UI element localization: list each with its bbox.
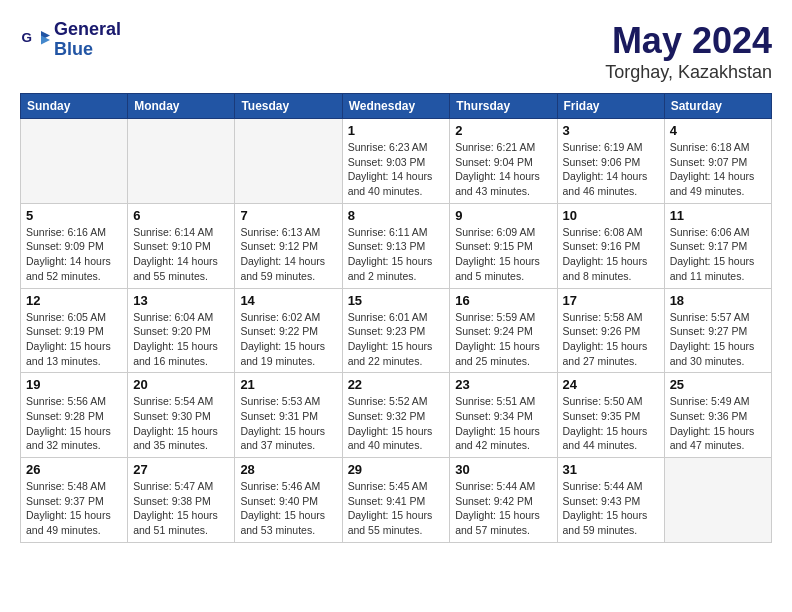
day-detail: Sunrise: 5:57 AM Sunset: 9:27 PM Dayligh… xyxy=(670,310,766,369)
calendar-cell: 2Sunrise: 6:21 AM Sunset: 9:04 PM Daylig… xyxy=(450,119,557,204)
week-row-3: 12Sunrise: 6:05 AM Sunset: 9:19 PM Dayli… xyxy=(21,288,772,373)
day-number: 10 xyxy=(563,208,659,223)
day-detail: Sunrise: 6:23 AM Sunset: 9:03 PM Dayligh… xyxy=(348,140,445,199)
calendar-cell: 8Sunrise: 6:11 AM Sunset: 9:13 PM Daylig… xyxy=(342,203,450,288)
calendar-cell: 29Sunrise: 5:45 AM Sunset: 9:41 PM Dayli… xyxy=(342,458,450,543)
main-container: G General Blue May 2024 Torghay, Kazakhs… xyxy=(0,0,792,553)
calendar-cell: 23Sunrise: 5:51 AM Sunset: 9:34 PM Dayli… xyxy=(450,373,557,458)
day-detail: Sunrise: 6:08 AM Sunset: 9:16 PM Dayligh… xyxy=(563,225,659,284)
calendar-cell: 10Sunrise: 6:08 AM Sunset: 9:16 PM Dayli… xyxy=(557,203,664,288)
calendar-cell: 19Sunrise: 5:56 AM Sunset: 9:28 PM Dayli… xyxy=(21,373,128,458)
calendar-cell: 20Sunrise: 5:54 AM Sunset: 9:30 PM Dayli… xyxy=(128,373,235,458)
calendar-cell: 26Sunrise: 5:48 AM Sunset: 9:37 PM Dayli… xyxy=(21,458,128,543)
day-number: 14 xyxy=(240,293,336,308)
calendar-cell: 3Sunrise: 6:19 AM Sunset: 9:06 PM Daylig… xyxy=(557,119,664,204)
day-detail: Sunrise: 6:11 AM Sunset: 9:13 PM Dayligh… xyxy=(348,225,445,284)
calendar-cell: 28Sunrise: 5:46 AM Sunset: 9:40 PM Dayli… xyxy=(235,458,342,543)
day-detail: Sunrise: 6:01 AM Sunset: 9:23 PM Dayligh… xyxy=(348,310,445,369)
logo-blue: Blue xyxy=(54,40,121,60)
col-header-saturday: Saturday xyxy=(664,94,771,119)
calendar-cell xyxy=(235,119,342,204)
day-number: 15 xyxy=(348,293,445,308)
day-detail: Sunrise: 5:45 AM Sunset: 9:41 PM Dayligh… xyxy=(348,479,445,538)
day-detail: Sunrise: 5:54 AM Sunset: 9:30 PM Dayligh… xyxy=(133,394,229,453)
calendar-cell: 13Sunrise: 6:04 AM Sunset: 9:20 PM Dayli… xyxy=(128,288,235,373)
title-block: May 2024 Torghay, Kazakhstan xyxy=(605,20,772,83)
calendar-cell xyxy=(128,119,235,204)
calendar-title: May 2024 xyxy=(605,20,772,62)
day-detail: Sunrise: 5:52 AM Sunset: 9:32 PM Dayligh… xyxy=(348,394,445,453)
calendar-cell: 31Sunrise: 5:44 AM Sunset: 9:43 PM Dayli… xyxy=(557,458,664,543)
day-detail: Sunrise: 5:50 AM Sunset: 9:35 PM Dayligh… xyxy=(563,394,659,453)
calendar-cell: 17Sunrise: 5:58 AM Sunset: 9:26 PM Dayli… xyxy=(557,288,664,373)
day-number: 16 xyxy=(455,293,551,308)
day-number: 6 xyxy=(133,208,229,223)
day-number: 23 xyxy=(455,377,551,392)
col-header-thursday: Thursday xyxy=(450,94,557,119)
day-number: 9 xyxy=(455,208,551,223)
day-number: 30 xyxy=(455,462,551,477)
day-detail: Sunrise: 6:04 AM Sunset: 9:20 PM Dayligh… xyxy=(133,310,229,369)
day-number: 11 xyxy=(670,208,766,223)
header: G General Blue May 2024 Torghay, Kazakhs… xyxy=(20,20,772,83)
calendar-cell: 4Sunrise: 6:18 AM Sunset: 9:07 PM Daylig… xyxy=(664,119,771,204)
day-detail: Sunrise: 6:16 AM Sunset: 9:09 PM Dayligh… xyxy=(26,225,122,284)
calendar-subtitle: Torghay, Kazakhstan xyxy=(605,62,772,83)
logo-general: General xyxy=(54,20,121,40)
day-detail: Sunrise: 6:19 AM Sunset: 9:06 PM Dayligh… xyxy=(563,140,659,199)
calendar-cell: 27Sunrise: 5:47 AM Sunset: 9:38 PM Dayli… xyxy=(128,458,235,543)
col-header-tuesday: Tuesday xyxy=(235,94,342,119)
calendar-cell: 6Sunrise: 6:14 AM Sunset: 9:10 PM Daylig… xyxy=(128,203,235,288)
day-detail: Sunrise: 6:13 AM Sunset: 9:12 PM Dayligh… xyxy=(240,225,336,284)
day-number: 27 xyxy=(133,462,229,477)
day-number: 13 xyxy=(133,293,229,308)
day-detail: Sunrise: 5:49 AM Sunset: 9:36 PM Dayligh… xyxy=(670,394,766,453)
col-header-friday: Friday xyxy=(557,94,664,119)
week-row-5: 26Sunrise: 5:48 AM Sunset: 9:37 PM Dayli… xyxy=(21,458,772,543)
calendar-cell: 24Sunrise: 5:50 AM Sunset: 9:35 PM Dayli… xyxy=(557,373,664,458)
day-number: 25 xyxy=(670,377,766,392)
svg-text:G: G xyxy=(22,29,33,44)
day-detail: Sunrise: 5:59 AM Sunset: 9:24 PM Dayligh… xyxy=(455,310,551,369)
day-detail: Sunrise: 6:05 AM Sunset: 9:19 PM Dayligh… xyxy=(26,310,122,369)
day-detail: Sunrise: 5:56 AM Sunset: 9:28 PM Dayligh… xyxy=(26,394,122,453)
calendar-cell: 18Sunrise: 5:57 AM Sunset: 9:27 PM Dayli… xyxy=(664,288,771,373)
week-row-4: 19Sunrise: 5:56 AM Sunset: 9:28 PM Dayli… xyxy=(21,373,772,458)
calendar-cell: 21Sunrise: 5:53 AM Sunset: 9:31 PM Dayli… xyxy=(235,373,342,458)
calendar-cell: 7Sunrise: 6:13 AM Sunset: 9:12 PM Daylig… xyxy=(235,203,342,288)
day-detail: Sunrise: 6:09 AM Sunset: 9:15 PM Dayligh… xyxy=(455,225,551,284)
logo: G General Blue xyxy=(20,20,121,60)
day-detail: Sunrise: 6:14 AM Sunset: 9:10 PM Dayligh… xyxy=(133,225,229,284)
day-number: 19 xyxy=(26,377,122,392)
day-detail: Sunrise: 5:47 AM Sunset: 9:38 PM Dayligh… xyxy=(133,479,229,538)
header-row: SundayMondayTuesdayWednesdayThursdayFrid… xyxy=(21,94,772,119)
calendar-cell: 11Sunrise: 6:06 AM Sunset: 9:17 PM Dayli… xyxy=(664,203,771,288)
day-number: 4 xyxy=(670,123,766,138)
calendar-cell: 30Sunrise: 5:44 AM Sunset: 9:42 PM Dayli… xyxy=(450,458,557,543)
day-number: 26 xyxy=(26,462,122,477)
calendar-cell: 22Sunrise: 5:52 AM Sunset: 9:32 PM Dayli… xyxy=(342,373,450,458)
day-number: 7 xyxy=(240,208,336,223)
calendar-cell: 1Sunrise: 6:23 AM Sunset: 9:03 PM Daylig… xyxy=(342,119,450,204)
calendar-cell xyxy=(21,119,128,204)
day-number: 5 xyxy=(26,208,122,223)
week-row-2: 5Sunrise: 6:16 AM Sunset: 9:09 PM Daylig… xyxy=(21,203,772,288)
day-number: 22 xyxy=(348,377,445,392)
day-detail: Sunrise: 6:21 AM Sunset: 9:04 PM Dayligh… xyxy=(455,140,551,199)
calendar-table: SundayMondayTuesdayWednesdayThursdayFrid… xyxy=(20,93,772,543)
day-detail: Sunrise: 6:02 AM Sunset: 9:22 PM Dayligh… xyxy=(240,310,336,369)
day-number: 29 xyxy=(348,462,445,477)
day-detail: Sunrise: 6:06 AM Sunset: 9:17 PM Dayligh… xyxy=(670,225,766,284)
day-detail: Sunrise: 5:44 AM Sunset: 9:43 PM Dayligh… xyxy=(563,479,659,538)
day-detail: Sunrise: 5:51 AM Sunset: 9:34 PM Dayligh… xyxy=(455,394,551,453)
day-number: 24 xyxy=(563,377,659,392)
day-number: 31 xyxy=(563,462,659,477)
day-detail: Sunrise: 5:58 AM Sunset: 9:26 PM Dayligh… xyxy=(563,310,659,369)
col-header-wednesday: Wednesday xyxy=(342,94,450,119)
day-detail: Sunrise: 5:46 AM Sunset: 9:40 PM Dayligh… xyxy=(240,479,336,538)
calendar-cell: 5Sunrise: 6:16 AM Sunset: 9:09 PM Daylig… xyxy=(21,203,128,288)
day-number: 28 xyxy=(240,462,336,477)
calendar-cell: 14Sunrise: 6:02 AM Sunset: 9:22 PM Dayli… xyxy=(235,288,342,373)
day-number: 21 xyxy=(240,377,336,392)
calendar-cell xyxy=(664,458,771,543)
